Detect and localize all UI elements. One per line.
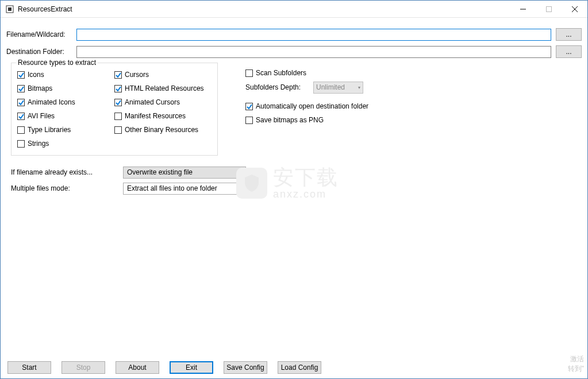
multi-mode-combo[interactable]: Extract all files into one folder (123, 183, 246, 195)
fieldset-legend: Resource types to extract (16, 59, 98, 67)
app-icon (5, 5, 14, 14)
filename-input[interactable] (76, 29, 551, 41)
resource-type-checkbox-cursors[interactable] (114, 71, 122, 79)
resource-type-checkbox-bitmaps[interactable] (17, 85, 25, 92)
resource-type-checkbox-html-related-resources[interactable] (114, 85, 122, 92)
resource-type-label-icons: Icons (28, 71, 44, 79)
resource-type-checkbox-avi-files[interactable] (17, 113, 25, 120)
titlebar: ResourcesExtract (1, 1, 587, 18)
minimize-button[interactable] (510, 1, 536, 17)
maximize-button (536, 1, 562, 17)
resource-type-checkbox-type-libraries[interactable] (17, 126, 25, 134)
resource-type-checkbox-strings[interactable] (17, 140, 25, 148)
exit-button[interactable]: Exit (170, 361, 213, 374)
destination-input[interactable] (76, 46, 551, 58)
resource-type-checkbox-icons[interactable] (17, 71, 25, 79)
chevron-down-icon: ▾ (358, 85, 360, 90)
subfolders-depth-label: Subfolders Depth: (245, 83, 313, 91)
save-png-label: Save bitmaps as PNG (256, 116, 324, 124)
destination-label: Destination Folder: (6, 48, 76, 56)
subfolders-depth-combo: Unlimited ▾ (313, 82, 363, 94)
scan-subfolders-label: Scan Subfolders (256, 69, 306, 77)
resource-type-label-other-binary-resources: Other Binary Resources (125, 126, 198, 134)
resource-type-label-animated-cursors: Animated Cursors (125, 98, 180, 106)
resource-type-checkbox-manifest-resources[interactable] (114, 113, 122, 120)
if-exists-label: If filename already exists... (11, 168, 123, 176)
load-config-button[interactable]: Load Config (278, 361, 321, 374)
resource-type-checkbox-animated-cursors[interactable] (114, 99, 122, 106)
close-button[interactable] (562, 1, 587, 17)
resource-types-fieldset: Resource types to extract IconsBitmapsAn… (11, 63, 218, 156)
resource-type-label-manifest-resources: Manifest Resources (125, 112, 186, 120)
chevron-down-icon: ⌵ (239, 169, 242, 175)
resource-type-label-cursors: Cursors (125, 71, 149, 79)
resource-type-label-animated-icons: Animated Icons (28, 98, 75, 106)
svg-rect-3 (546, 6, 551, 11)
multi-mode-value: Extract all files into one folder (127, 184, 217, 192)
resource-type-checkbox-other-binary-resources[interactable] (114, 126, 122, 134)
activation-hint: 激活 转到" (568, 354, 584, 374)
filename-label: Filename/Wildcard: (6, 30, 76, 38)
resource-type-label-strings: Strings (28, 140, 49, 148)
resource-type-label-html-related-resources: HTML Related Resources (125, 84, 204, 92)
auto-open-checkbox[interactable] (245, 103, 253, 110)
if-exists-combo[interactable]: Overwrite existing file ⌵ (123, 167, 246, 179)
multi-mode-label: Multiple files mode: (11, 184, 123, 192)
scan-subfolders-checkbox[interactable] (245, 69, 253, 77)
resource-type-label-avi-files: AVI Files (28, 112, 55, 120)
window-title: ResourcesExtract (18, 5, 72, 13)
resource-type-label-type-libraries: Type Libraries (28, 126, 71, 134)
auto-open-label: Automatically open destination folder (256, 102, 368, 110)
save-config-button[interactable]: Save Config (224, 361, 267, 374)
svg-rect-1 (8, 7, 11, 11)
if-exists-value: Overwrite existing file (127, 168, 193, 176)
browse-destination-button[interactable]: ... (556, 45, 582, 58)
resource-type-checkbox-animated-icons[interactable] (17, 99, 25, 106)
browse-filename-button[interactable]: ... (556, 28, 582, 41)
save-png-checkbox[interactable] (245, 117, 253, 124)
subfolders-depth-value: Unlimited (316, 83, 345, 91)
start-button[interactable]: Start (7, 361, 51, 374)
stop-button: Stop (62, 361, 105, 374)
resource-type-label-bitmaps: Bitmaps (28, 84, 52, 92)
about-button[interactable]: About (116, 361, 159, 374)
